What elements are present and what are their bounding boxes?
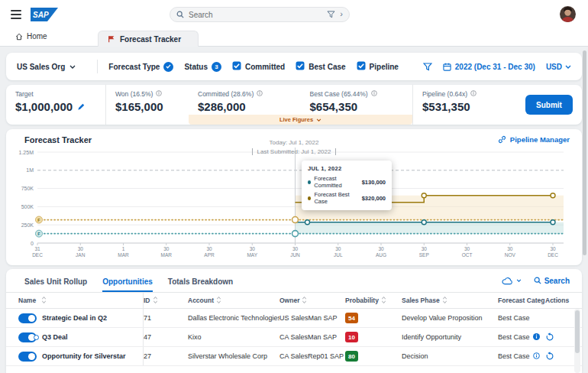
flag-icon xyxy=(108,35,115,43)
edit-target-button[interactable] xyxy=(77,100,86,113)
opportunity-name[interactable]: Strategic Deal in Q2 xyxy=(42,314,107,322)
sort-icon-wrap[interactable] xyxy=(41,297,47,305)
tab-forecast-tracker[interactable]: Forecast Tracker xyxy=(98,31,199,47)
best-case-drag-handle[interactable] xyxy=(292,217,299,223)
column-header-actions[interactable]: Actions xyxy=(545,293,573,308)
search-filter-icon[interactable] xyxy=(327,11,335,18)
checkbox-label: Committed xyxy=(245,63,285,71)
forecast-category-info-icon[interactable] xyxy=(533,333,540,342)
x-tick-day: 30 xyxy=(206,246,212,251)
sort-icon-wrap[interactable] xyxy=(381,297,386,305)
table-scrollbar-thumb[interactable] xyxy=(575,310,580,353)
best-case-marker[interactable] xyxy=(551,193,555,198)
sort-icon-wrap[interactable] xyxy=(216,297,221,305)
menu-icon[interactable] xyxy=(11,10,21,19)
search-input[interactable]: Search › xyxy=(170,7,350,22)
checkbox-best-case[interactable]: Best Case xyxy=(296,61,345,72)
kpi-value: $531,350 xyxy=(422,100,525,113)
forecast-type-filter[interactable]: Forecast Type xyxy=(108,62,173,72)
committed-drag-handle[interactable] xyxy=(292,231,299,237)
best-case-marker[interactable] xyxy=(422,193,426,198)
edit-icon[interactable] xyxy=(77,102,86,111)
forecast-category-text: Best Case xyxy=(498,352,530,360)
info-icon[interactable] xyxy=(533,333,540,340)
currency-select[interactable]: USD xyxy=(546,63,571,71)
link-icon xyxy=(498,135,506,144)
kpi-info-icon[interactable] xyxy=(470,90,477,98)
y-tick-label: 0 xyxy=(31,241,34,246)
committed-marker[interactable] xyxy=(551,220,555,225)
tab-home[interactable]: Home xyxy=(15,32,47,41)
page-scrollbar[interactable] xyxy=(583,50,586,255)
sales-org-select[interactable]: US Sales Org xyxy=(17,63,86,71)
kpi-info-icon[interactable] xyxy=(156,90,162,98)
sort-icon-wrap[interactable] xyxy=(302,297,307,305)
column-header-owner[interactable]: Owner xyxy=(279,293,345,308)
kpi-value: $654,350 xyxy=(310,100,413,113)
filter-bar: US Sales Org Forecast Type Status 3 Comm… xyxy=(6,53,582,80)
kpi-label: Committed (28.6%) xyxy=(198,90,301,98)
table-row: Opportunity for Silverstar27Silverstar W… xyxy=(6,347,582,366)
probability-badge: 80 xyxy=(345,351,358,362)
column-header-id[interactable]: ID xyxy=(144,293,188,308)
today-label: Today: Jul 1, 2022 xyxy=(218,139,370,146)
reset-action-button[interactable] xyxy=(545,352,554,361)
kpi-bar: Target$1,000,000Won (16.5%)$165,000Commi… xyxy=(6,85,582,125)
row-toggle[interactable] xyxy=(18,332,37,342)
sort-icon[interactable] xyxy=(442,297,447,303)
pipeline-manager-link[interactable]: Pipeline Manager xyxy=(498,135,570,144)
reset-icon[interactable] xyxy=(545,352,554,361)
cell-account: Dallas Electronic Technologies xyxy=(188,309,279,327)
forecast-category-info-icon[interactable] xyxy=(533,352,540,361)
kpi-value: $286,000 xyxy=(198,100,301,113)
column-header-probability[interactable]: Probability xyxy=(345,293,402,308)
tab-totals-breakdown[interactable]: Totals Breakdown xyxy=(168,269,233,292)
kpi-info-icon[interactable] xyxy=(257,90,263,98)
submit-button[interactable]: Submit xyxy=(525,95,573,115)
table-search-button[interactable]: Search xyxy=(534,277,570,285)
tooltip-series-dot xyxy=(308,196,311,200)
y-tick-label: 1.25M xyxy=(19,150,34,155)
x-tick-month: SEP xyxy=(419,252,429,258)
tooltip-row: Forecast Best Case$320,000 xyxy=(308,191,386,205)
opportunity-name[interactable]: Q3 Deal xyxy=(42,333,68,341)
cell-account: Silverstar Wholesale Corp xyxy=(188,347,279,365)
kpi-info-icon[interactable] xyxy=(371,90,377,98)
row-toggle[interactable] xyxy=(18,313,37,323)
sort-icon[interactable] xyxy=(302,297,307,303)
column-header-name[interactable]: Name xyxy=(18,293,144,308)
tab-opportunities[interactable]: Opportunities xyxy=(102,269,153,292)
column-header-forecast-categ[interactable]: Forecast Categ xyxy=(498,293,545,308)
x-tick-month: JAN xyxy=(76,252,86,258)
row-toggle[interactable] xyxy=(18,352,37,362)
filter-icon[interactable] xyxy=(423,63,432,71)
x-tick-day: 30 xyxy=(507,246,513,251)
tab-sales-unit-rollup[interactable]: Sales Unit Rollup xyxy=(24,269,87,292)
cell-name: Q3 Deal xyxy=(18,328,144,346)
live-figures-toggle[interactable]: Live Figures xyxy=(189,115,412,125)
export-button[interactable] xyxy=(502,277,522,285)
chevron-down-icon xyxy=(565,65,571,69)
y-tick-label: 500K xyxy=(21,204,34,209)
committed-marker[interactable] xyxy=(422,220,426,225)
search-expand-icon[interactable]: › xyxy=(340,10,343,18)
column-header-account[interactable]: Account xyxy=(188,293,279,308)
status-filter[interactable]: Status 3 xyxy=(184,62,221,72)
reset-action-button[interactable] xyxy=(545,332,554,342)
opportunity-name[interactable]: Opportunity for Silverstar xyxy=(42,352,126,360)
column-header-sales-phase[interactable]: Sales Phase xyxy=(402,293,498,308)
user-avatar[interactable] xyxy=(560,6,576,22)
table-scrollbar[interactable] xyxy=(574,309,580,373)
checkbox-committed[interactable]: Committed xyxy=(232,61,285,72)
reset-icon[interactable] xyxy=(545,332,554,342)
checkbox-pipeline[interactable]: Pipeline xyxy=(357,61,399,72)
sort-icon[interactable] xyxy=(41,297,47,303)
info-icon[interactable] xyxy=(533,352,540,359)
sort-icon[interactable] xyxy=(216,297,221,303)
sort-icon[interactable] xyxy=(381,297,386,303)
sort-icon-wrap[interactable] xyxy=(442,297,447,305)
date-range-select[interactable]: 2022 (Dec 31 - Dec 30) xyxy=(443,63,535,71)
sort-icon[interactable] xyxy=(153,297,158,303)
sort-icon-wrap[interactable] xyxy=(153,297,158,305)
committed-marker[interactable] xyxy=(305,220,310,225)
